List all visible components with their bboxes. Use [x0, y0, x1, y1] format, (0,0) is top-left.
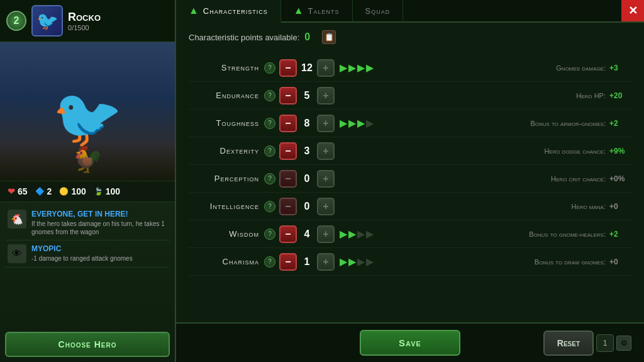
stat-minus-button[interactable]: −: [279, 59, 297, 77]
arrow-empty: ▶: [366, 256, 374, 268]
leaf-icon: 🍃: [94, 187, 103, 196]
stat-plus-button[interactable]: +: [317, 87, 335, 105]
bonus-section: Bonus to armor-gnomes: +2: [530, 119, 631, 128]
stat-plus-button[interactable]: +: [317, 59, 335, 77]
help-button[interactable]: ?: [264, 118, 275, 129]
stat-plus-button[interactable]: +: [317, 170, 335, 188]
stat-minus-button[interactable]: −: [279, 170, 297, 188]
arrows-container: ▶▶▶▶: [340, 228, 529, 240]
bonus-section: Gnomes damage: +3: [556, 64, 631, 72]
stat-value: 12: [297, 62, 317, 74]
stat-minus-button[interactable]: −: [279, 253, 297, 271]
bonus-section: Bonus to draw gnomes: +0: [535, 257, 631, 266]
bonus-section: Hero HP: +20: [576, 91, 631, 100]
arrow-filled: ▶: [366, 62, 374, 74]
heart-icon: ❤: [8, 186, 15, 196]
trait-name-0: Everyone, get in here!: [31, 210, 167, 218]
points-icon: 📋: [322, 30, 336, 44]
choose-hero-button[interactable]: Choose Hero: [5, 332, 170, 357]
hero-header: 2 🐦 Rocko 0/1500: [0, 0, 175, 42]
bonus-section: Hero mana: +0: [571, 202, 631, 211]
bonus-label: Hero mana:: [571, 203, 606, 210]
reset-section: Reset 1 ⚙: [543, 331, 631, 356]
arrow-filled: ▶: [340, 62, 347, 74]
stat-minus-button[interactable]: −: [279, 115, 297, 132]
bonus-value: +2: [609, 119, 631, 128]
tab-talents[interactable]: ▲ Talents: [281, 0, 353, 21]
main-container: 2 🐦 Rocko 0/1500 🐦 🐓 ❤ 65 🔷 2: [0, 0, 644, 362]
close-button[interactable]: ✕: [621, 0, 644, 21]
stat-plus-button[interactable]: +: [317, 253, 335, 271]
stat-minus-button[interactable]: −: [279, 225, 297, 243]
help-button[interactable]: ?: [264, 201, 275, 212]
bonus-value: +0: [609, 257, 631, 266]
list-item: 👁 Myopic -1 damage to ranged attack gnom…: [5, 240, 170, 268]
arrows-container: ▶▶▶▶: [340, 62, 556, 74]
hero-hp: 0/1500: [68, 24, 169, 31]
trait-name-1: Myopic: [31, 244, 167, 253]
arrow-filled: ▶: [340, 117, 347, 129]
tab-bar: ▲ Characteristics ▲ Talents Squad ✕: [176, 0, 644, 23]
help-button[interactable]: ?: [264, 145, 275, 157]
trait-icon-1: 👁: [8, 244, 26, 263]
stat-minus-button[interactable]: −: [279, 142, 297, 160]
stat-plus-button[interactable]: +: [317, 115, 335, 132]
stat-label: Intelligence: [189, 201, 264, 211]
stat-plus-button[interactable]: +: [317, 198, 335, 215]
stat-leaf: 🍃 100: [94, 186, 120, 196]
arrow-filled: ▶: [357, 62, 365, 74]
stat-row-charisma: Charisma ? − 1 + ▶▶▶▶ Bonus to draw gnom…: [189, 248, 631, 276]
stat-value: 4: [297, 229, 317, 240]
stat-minus-button[interactable]: −: [279, 198, 297, 215]
help-button[interactable]: ?: [264, 256, 275, 268]
help-button[interactable]: ?: [264, 173, 275, 184]
trait-desc-1: -1 damage to ranged attack gnomes: [31, 254, 167, 263]
bonus-label: Hero HP:: [576, 92, 606, 99]
hero-portrait-thumb: 🐦: [31, 5, 63, 37]
stat-minus-button[interactable]: −: [279, 87, 297, 105]
hero-name: Rocko: [68, 11, 169, 24]
tab-squad[interactable]: Squad: [353, 0, 404, 21]
bottom-bar: Save Reset 1 ⚙: [176, 322, 644, 362]
arrows-container: ▶▶▶▶: [340, 117, 530, 129]
stat-plus-button[interactable]: +: [317, 142, 335, 160]
stat-shield: 🔷 2: [35, 186, 52, 196]
stat-row-intelligence: Intelligence ? − 0 + Hero mana: +0: [189, 193, 631, 220]
help-button[interactable]: ?: [264, 90, 275, 101]
reset-icon: ⚙: [616, 336, 631, 351]
bonus-label: Gnomes damage:: [556, 64, 606, 72]
arrow-filled: ▶: [348, 117, 356, 129]
stat-row-strength: Strength ? − 12 + ▶▶▶▶ Gnomes damage: +3: [189, 54, 631, 82]
stat-label: Endurance: [189, 91, 264, 100]
points-value: 0: [304, 31, 317, 43]
list-item: 🐔 Everyone, get in here! If the hero tak…: [5, 206, 170, 240]
arrow-empty: ▶: [357, 256, 365, 268]
trait-icon-0: 🐔: [8, 210, 26, 229]
trait-desc-0: If the hero takes damage on his turn, he…: [31, 220, 167, 236]
bonus-section: Hero dodge chance: +9%: [544, 147, 631, 156]
tab-arrow-icon: ▲: [189, 5, 199, 16]
help-button[interactable]: ?: [264, 62, 275, 74]
bonus-label: Bonus to draw gnomes:: [535, 258, 606, 266]
tab-characteristics[interactable]: ▲ Characteristics: [176, 0, 281, 23]
stat-row-dexterity: Dexterity ? − 3 + Hero dodge chance: +9%: [189, 137, 631, 165]
save-button[interactable]: Save: [360, 330, 460, 356]
stat-label: Perception: [189, 174, 264, 183]
traits-section: 🐔 Everyone, get in here! If the hero tak…: [0, 202, 175, 327]
left-panel: 2 🐦 Rocko 0/1500 🐦 🐓 ❤ 65 🔷 2: [0, 0, 176, 362]
stat-plus-button[interactable]: +: [317, 225, 335, 243]
points-available-row: Characteristic points available: 0 📋: [189, 30, 631, 44]
help-button[interactable]: ?: [264, 229, 275, 240]
level-badge: 2: [6, 11, 26, 31]
bonus-value: +0: [609, 202, 631, 211]
arrow-empty: ▶: [366, 228, 374, 240]
stat-coin: 🟡 100: [59, 186, 86, 196]
arrow-filled: ▶: [340, 256, 347, 268]
stat-value: 5: [297, 90, 317, 101]
bonus-value: +0%: [609, 174, 631, 183]
reset-button[interactable]: Reset: [543, 331, 594, 356]
stat-row-perception: Perception ? − 0 + Hero crit chance: +0%: [189, 165, 631, 193]
bonus-label: Hero crit chance:: [551, 175, 606, 183]
arrow-empty: ▶: [366, 117, 374, 129]
stat-label: Toughness: [189, 118, 264, 128]
